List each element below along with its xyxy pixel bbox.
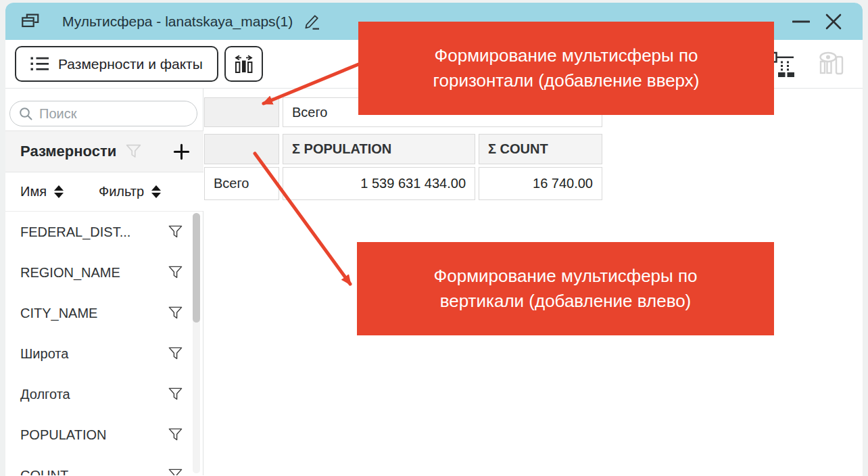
count-total-value[interactable]: 16 740.00 [479, 167, 602, 200]
measures-header-row: Σ POPULATION Σ COUNT [204, 134, 602, 164]
filter-icon[interactable] [168, 468, 183, 475]
filter-icon[interactable] [168, 346, 183, 361]
dimensions-facts-label: Размерности и факты [58, 56, 203, 72]
sort-by-filter[interactable]: Фильтр [99, 184, 161, 199]
vertical-dimension-drop-cell[interactable] [204, 134, 279, 164]
search-box[interactable] [9, 101, 197, 126]
dimension-name: Широта [20, 346, 68, 362]
dimensions-section-header: Размерности [5, 130, 203, 172]
measure-count-header[interactable]: Σ COUNT [479, 134, 602, 164]
cascade-windows-icon [20, 12, 41, 30]
sidebar-scrollbar-thumb[interactable] [193, 213, 200, 323]
list-item-region-name[interactable]: REGION_NAME [5, 252, 203, 293]
filter-icon[interactable] [168, 265, 183, 280]
list-columns-header: Имя Фильтр [5, 172, 203, 211]
filter-icon[interactable] [168, 224, 183, 239]
dimensions-section-title: Размерности [20, 143, 116, 160]
column-name-label: Имя [20, 184, 47, 199]
list-item-population[interactable]: POPULATION [5, 414, 203, 455]
dimension-name: FEDERAL_DIST... [20, 224, 130, 240]
list-item-count[interactable]: COUNT [5, 455, 203, 475]
filter-icon[interactable] [168, 387, 183, 402]
toolbar-right-group [765, 50, 850, 78]
add-dimension-button[interactable] [173, 143, 190, 160]
dimensions-sidebar: Размерности Имя Фильтр [5, 89, 203, 475]
column-width-button[interactable] [224, 46, 263, 82]
close-icon [825, 14, 842, 30]
list-item-city-name[interactable]: CITY_NAME [5, 293, 203, 333]
callout-vertical: Формирование мультисферы по вертикали (д… [357, 242, 774, 335]
dimension-name: Долгота [20, 387, 70, 402]
dimension-name: POPULATION [20, 427, 106, 443]
dimensions-facts-button[interactable]: Размерности и факты [15, 46, 218, 82]
dimension-name: COUNT [20, 468, 68, 476]
filter-icon[interactable] [168, 427, 183, 442]
callout-horizontal: Формирование мультисферы по горизонтали … [358, 22, 774, 115]
window-title: Мультисфера - lanatskaya_maps(1) [62, 14, 293, 30]
list-item-latitude[interactable]: Широта [5, 333, 203, 374]
horizontal-dimension-drop-cell[interactable] [204, 97, 279, 127]
measure-population-header[interactable]: Σ POPULATION [283, 134, 475, 164]
dimension-list: FEDERAL_DIST... REGION_NAME CITY_NAME Ши… [5, 211, 203, 475]
close-button[interactable] [822, 10, 845, 33]
search-input[interactable] [39, 106, 189, 122]
sort-icon [151, 185, 161, 198]
row-total-header-cell[interactable]: Всего [204, 167, 279, 200]
dimension-name: REGION_NAME [20, 265, 120, 281]
sort-icon [54, 185, 64, 198]
minimize-button[interactable] [790, 10, 813, 33]
dimension-name: CITY_NAME [20, 306, 97, 321]
list-icon [30, 56, 49, 72]
sort-by-name[interactable]: Имя [20, 184, 64, 199]
list-item-federal-dist[interactable]: FEDERAL_DIST... [5, 212, 203, 252]
minimize-icon [792, 19, 810, 24]
view-chart-disabled-icon[interactable] [817, 51, 845, 76]
filter-icon[interactable] [168, 306, 183, 320]
totals-row: Всего 1 539 631 434.00 16 740.00 [204, 167, 602, 200]
section-filter-icon[interactable] [125, 143, 142, 160]
edit-pencil-icon[interactable] [304, 13, 321, 30]
column-filter-label: Фильтр [99, 184, 144, 199]
resize-columns-icon [233, 54, 254, 74]
sidebar-scrollbar-track[interactable] [193, 213, 200, 473]
list-item-longitude[interactable]: Долгота [5, 374, 203, 414]
search-icon [19, 107, 33, 121]
population-total-value[interactable]: 1 539 631 434.00 [283, 167, 475, 200]
